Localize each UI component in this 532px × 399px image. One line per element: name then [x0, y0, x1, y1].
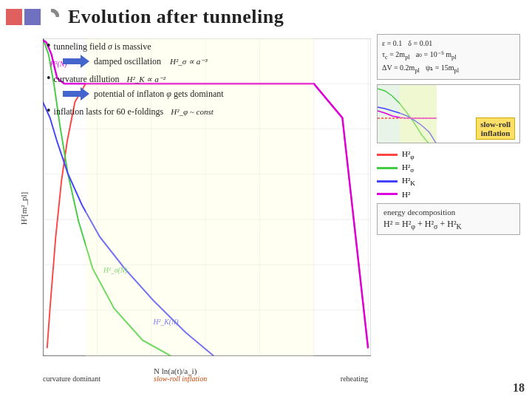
legend-item-h2: H²	[377, 190, 520, 199]
legend-color-hsigma	[377, 167, 398, 169]
formula-2a: H²_K ∝ a⁻²	[127, 75, 166, 84]
main-content: H²[m²_pl] 1 0.01 0.00	[0, 31, 532, 386]
bullet-points: • tunneling field σ is massive damped os…	[47, 40, 367, 120]
slowroll-bottom-label: slow-roll inflation	[154, 375, 207, 383]
arrow-2-text: potential of inflaton φ gets dominant	[94, 89, 224, 100]
param-dv: ΔV = 0.2mpl	[382, 62, 420, 75]
param-psi1: ψ₁ = 15mpl	[426, 62, 459, 75]
logo-square-red	[6, 9, 22, 25]
bullet-1-dot: •	[47, 40, 51, 52]
param-delta: δ = 0.01	[408, 38, 432, 49]
formula-1: H²_σ ∝ a⁻³	[170, 57, 207, 66]
bullet-1-text: tunneling field σ is massive	[54, 41, 151, 52]
param-a0: a₀ = 10⁻⁵ mpl	[416, 49, 457, 62]
arrow-row-2: potential of inflaton φ gets dominant	[63, 87, 367, 100]
slowroll-label-area: slow-roll inflation	[437, 85, 519, 143]
legend-item-hk: H²K	[377, 176, 520, 187]
bullet-3-text: inflation lasts for 60 e-foldings	[54, 106, 168, 117]
page-number: 18	[513, 381, 525, 395]
info-panel: ε = 0.1 δ = 0.01 τc = 2mpl a₀ = 10⁻⁵ mpl…	[371, 31, 526, 386]
chart-area: H²[m²_pl] 1 0.01 0.00	[6, 31, 371, 386]
slowroll-box: slow-roll inflation	[377, 84, 520, 143]
energy-decomposition-formula: H² = H²φ + H²σ + H²K	[383, 219, 514, 231]
legend-label-hphi: H²φ	[402, 149, 415, 160]
param-tauc: τc = 2mpl	[382, 49, 410, 62]
energy-decomposition-title: energy decomposition	[383, 208, 514, 216]
blue-arrow-1-icon	[63, 55, 89, 68]
legend-label-h2: H²	[402, 190, 410, 199]
slowroll-mini-chart	[378, 85, 437, 143]
blue-arrow-2-icon	[63, 87, 89, 100]
svg-marker-42	[63, 87, 89, 100]
bullet-2-text: curvature dillution	[54, 74, 124, 85]
legend: H²φ H²σ H²K H²	[377, 149, 520, 199]
logo	[6, 9, 59, 25]
curvature-dominant-label: curvature dominant	[43, 375, 100, 383]
legend-color-hphi	[377, 154, 398, 156]
legend-item-hsigma: H²σ	[377, 163, 520, 174]
bullet-3-dot: •	[47, 105, 51, 117]
legend-label-hsigma: H²σ	[402, 163, 414, 174]
arrow-row-1: damped oscillation H²_σ ∝ a⁻³	[63, 55, 367, 68]
legend-color-hk	[377, 180, 398, 183]
logo-arc-icon	[43, 9, 59, 25]
page-title: Evolution after tunneling	[68, 6, 284, 28]
svg-marker-41	[63, 55, 89, 68]
legend-label-hk: H²K	[402, 176, 415, 187]
y-axis-label: H²[m²_pl]	[19, 192, 28, 225]
slowroll-inflation-label: slow-roll inflation	[476, 117, 515, 140]
header: Evolution after tunneling	[0, 0, 532, 31]
svg-rect-45	[400, 85, 437, 143]
param-epsilon: ε = 0.1	[382, 38, 402, 49]
bullet-2-dot: •	[47, 72, 51, 84]
formula-3: H²_φ ~ const	[171, 107, 214, 116]
legend-item-hphi: H²φ	[377, 149, 520, 160]
reheating-label: reheating	[341, 375, 368, 383]
energy-decomposition-box: energy decomposition H² = H²φ + H²σ + H²…	[377, 203, 520, 235]
logo-square-blue	[24, 9, 41, 25]
params-box: ε = 0.1 δ = 0.01 τc = 2mpl a₀ = 10⁻⁵ mpl…	[377, 34, 520, 80]
legend-color-h2	[377, 193, 398, 195]
arrow-1-text: damped oscillation	[94, 56, 166, 67]
